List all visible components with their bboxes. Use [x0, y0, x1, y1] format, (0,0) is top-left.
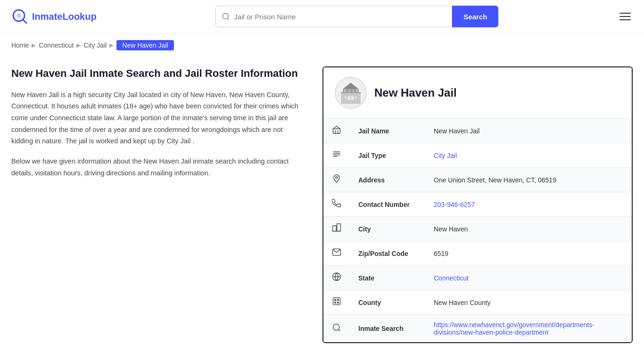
svg-rect-11 — [345, 96, 347, 99]
svg-rect-15 — [347, 89, 348, 93]
field-value: One Union Street, New Haven, CT, 06519 — [425, 168, 632, 192]
city-icon — [323, 217, 350, 241]
hamburger-line — [619, 13, 631, 14]
breadcrumb-home[interactable]: Home — [11, 41, 29, 49]
search-input[interactable] — [230, 13, 446, 21]
field-link[interactable]: Connecticut — [434, 274, 469, 282]
info-table: Jail NameNew Haven JailJail TypeCity Jai… — [323, 118, 632, 342]
breadcrumb-separator: ▶ — [109, 42, 114, 49]
breadcrumb-separator: ▶ — [76, 42, 81, 49]
logo-icon — [11, 8, 28, 25]
breadcrumb-separator: ▶ — [32, 42, 36, 49]
jail-icon — [323, 119, 350, 143]
svg-rect-17 — [355, 89, 356, 93]
card-title: New Haven Jail — [374, 86, 457, 99]
field-label: County — [350, 290, 425, 315]
svg-line-1 — [23, 19, 26, 23]
table-row: Zip/Postal Code6519 — [323, 241, 632, 266]
table-row: AddressOne Union Street, New Haven, CT, … — [323, 168, 632, 192]
building-icon — [339, 81, 363, 105]
field-label: Jail Name — [350, 119, 425, 143]
card-header: New Haven Jail — [323, 67, 632, 118]
search-icon — [323, 315, 350, 343]
svg-rect-28 — [337, 224, 341, 231]
table-row: Contact Number203-946-6257 — [323, 192, 632, 217]
table-row: Jail TypeCity Jail — [323, 143, 632, 168]
state-icon — [323, 266, 350, 290]
svg-rect-31 — [333, 298, 340, 305]
breadcrumb-state[interactable]: Connecticut — [39, 41, 74, 49]
field-value[interactable]: 203-946-6257 — [425, 192, 632, 217]
table-row: StateConnecticut — [323, 266, 632, 290]
site-header: InmateLookup Search — [0, 0, 644, 33]
breadcrumb-current: New Haven Jail — [116, 40, 173, 50]
svg-point-36 — [333, 324, 339, 330]
field-label: State — [350, 266, 425, 290]
search-icon — [222, 12, 230, 21]
jail-avatar — [335, 77, 367, 109]
svg-rect-33 — [338, 299, 339, 301]
hamburger-line — [619, 16, 631, 17]
search-wrapper — [215, 6, 452, 27]
location-icon — [323, 168, 350, 192]
field-value: New Haven County — [425, 290, 632, 315]
svg-rect-18 — [357, 89, 359, 93]
svg-point-26 — [336, 176, 338, 178]
breadcrumb-type[interactable]: City Jail — [83, 41, 107, 49]
phone-icon — [323, 192, 350, 217]
field-label: City — [350, 217, 425, 241]
table-row: Inmate Searchhttps://www.newhavenct.gov/… — [323, 315, 632, 343]
logo-text: InmateLookup — [32, 11, 97, 22]
svg-rect-35 — [338, 302, 339, 304]
field-label: Jail Type — [350, 143, 425, 168]
field-value: 6519 — [425, 241, 632, 266]
field-link[interactable]: City Jail — [434, 152, 457, 159]
field-value[interactable]: https://www.newhavenct.gov/government/de… — [425, 315, 632, 343]
svg-rect-19 — [333, 129, 340, 133]
field-value: New Haven — [425, 217, 632, 241]
svg-rect-32 — [335, 299, 336, 301]
page-description-1: New Haven Jail is a high security City J… — [11, 89, 304, 147]
county-icon — [323, 290, 350, 315]
table-row: CountyNew Haven County — [323, 290, 632, 315]
svg-marker-8 — [343, 82, 358, 89]
svg-rect-14 — [343, 89, 344, 93]
svg-rect-10 — [351, 96, 354, 100]
field-value: New Haven Jail — [425, 119, 632, 143]
svg-point-2 — [17, 13, 21, 18]
hamburger-menu[interactable] — [618, 11, 633, 22]
zip-icon — [323, 241, 350, 266]
hamburger-line — [619, 19, 631, 20]
main-content: New Haven Jail Inmate Search and Jail Ro… — [0, 57, 644, 362]
page-description-2: Below we have given information about th… — [11, 156, 304, 179]
field-label: Zip/Postal Code — [350, 241, 425, 266]
logo[interactable]: InmateLookup — [11, 8, 97, 25]
breadcrumb: Home ▶ Connecticut ▶ City Jail ▶ New Hav… — [0, 33, 644, 57]
svg-rect-12 — [355, 96, 357, 99]
svg-rect-9 — [347, 96, 350, 100]
field-link[interactable]: 203-946-6257 — [434, 201, 475, 208]
field-label: Contact Number — [350, 192, 425, 217]
field-link[interactable]: https://www.newhavenct.gov/government/de… — [434, 321, 594, 336]
table-row: CityNew Haven — [323, 217, 632, 241]
field-value[interactable]: City Jail — [425, 143, 632, 168]
left-column: New Haven Jail Inmate Search and Jail Ro… — [11, 66, 322, 179]
svg-line-37 — [339, 329, 340, 331]
search-button[interactable]: Search — [452, 6, 498, 27]
svg-rect-34 — [335, 302, 336, 304]
svg-line-4 — [228, 18, 229, 19]
type-icon — [323, 143, 350, 168]
svg-rect-5 — [341, 93, 361, 104]
field-value[interactable]: Connecticut — [425, 266, 632, 290]
table-row: Jail NameNew Haven Jail — [323, 119, 632, 143]
field-label: Address — [350, 168, 425, 192]
search-bar: Search — [215, 6, 498, 27]
field-label: Inmate Search — [350, 315, 425, 343]
info-card: New Haven Jail Jail NameNew Haven JailJa… — [322, 66, 633, 343]
svg-point-3 — [223, 13, 229, 19]
svg-rect-16 — [351, 89, 352, 93]
svg-rect-27 — [333, 226, 337, 231]
page-title: New Haven Jail Inmate Search and Jail Ro… — [11, 66, 304, 81]
